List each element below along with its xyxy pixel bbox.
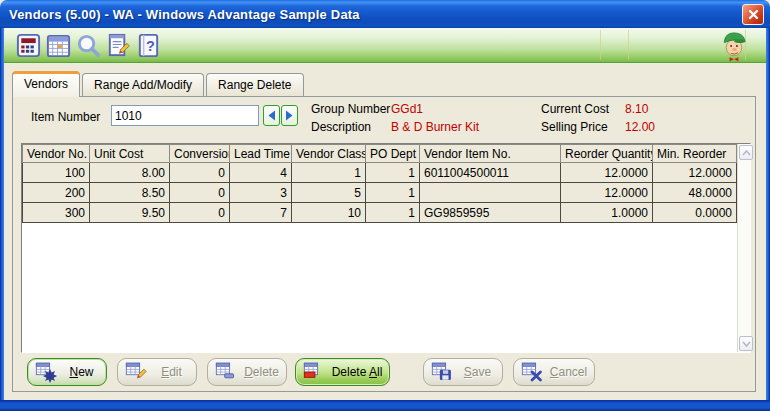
column-header: Reorder Quantity [561,145,653,163]
window-title: Vendors (5.00) - WA - Windows Advantage … [0,7,360,22]
vertical-scrollbar[interactable] [737,144,750,352]
new-button[interactable]: New [27,358,107,386]
description-label: Description [311,120,371,134]
table-cell[interactable]: 200 [23,183,90,203]
app-window: Vendors (5.00) - WA - Windows Advantage … [0,0,770,411]
table-cell[interactable]: 48.0000 [653,183,737,203]
button-label: Edit [153,365,190,379]
table-cell[interactable]: 300 [23,203,90,223]
down-arrow-icon [742,341,751,347]
next-item-button[interactable] [281,105,298,126]
calculator-button[interactable] [13,30,43,60]
column-header: PO Dept [366,145,420,163]
table-cell[interactable]: GG9859595 [420,203,561,223]
footer-button-row: NewEditDeleteDelete AllSaveCancel [13,357,755,387]
toolbar-separator [628,30,629,60]
edit-record-icon [124,361,149,384]
title-bar[interactable]: Vendors (5.00) - WA - Windows Advantage … [0,0,770,28]
help-icon: ? [135,32,162,59]
current-cost-label: Current Cost [541,102,609,116]
save-button[interactable]: Save [423,358,503,386]
table-cell[interactable]: 6011004500011 [420,163,561,183]
previous-item-button[interactable] [263,105,280,126]
delete-record-icon [214,361,239,384]
save-record-icon [430,361,455,384]
button-label: Delete All [331,365,383,379]
right-arrow-icon [284,109,295,122]
tab-range-delete[interactable]: Range Delete [206,73,303,96]
table-cell[interactable] [420,183,561,203]
delete-button[interactable]: Delete [207,358,287,386]
table-row[interactable]: 2008.50035112.000048.0000 [23,183,737,203]
column-header: Vendor Class [292,145,366,163]
table-cell[interactable]: 1 [292,163,366,183]
notes-edit-button[interactable] [103,30,133,60]
current-cost-value: 8.10 [625,102,648,116]
item-number-input[interactable] [111,105,259,126]
selling-price-value: 12.00 [625,120,655,134]
search-button[interactable] [73,30,103,60]
left-arrow-icon [266,109,277,122]
toolbar-separator [600,30,601,60]
table-cell[interactable]: 100 [23,163,90,183]
new-record-icon [34,361,59,384]
button-label: Delete [243,365,280,379]
table-row[interactable]: 1008.000411601100450001112.000012.0000 [23,163,737,183]
table-cell[interactable]: 9.50 [90,203,170,223]
tab-range-add-modify[interactable]: Range Add/Modify [82,73,204,96]
close-button[interactable] [742,4,764,25]
calculator-icon [15,32,42,59]
table-row[interactable]: 3009.5007101GG98595951.00000.0000 [23,203,737,223]
table-cell[interactable]: 0 [170,203,230,223]
group-number-label: Group Number [311,102,390,116]
table-cell[interactable]: 0 [170,163,230,183]
table-cell[interactable]: 8.00 [90,163,170,183]
help-button[interactable]: ? [133,30,163,60]
calendar-icon [45,32,72,59]
search-icon [75,32,102,59]
toolbar: ? [4,28,766,63]
vendors-tab-pane: Item Number Group Number GGd1 Descriptio… [12,96,756,392]
cancel-button[interactable]: Cancel [513,358,595,386]
edit-button[interactable]: Edit [117,358,197,386]
scroll-down-button[interactable] [739,336,753,351]
column-header: Min. Reorder [653,145,737,163]
close-icon [746,7,761,22]
vendor-table: Vendor No.Unit CostConversionLead TimeVe… [21,143,751,353]
table-cell[interactable]: 4 [230,163,292,183]
column-header: Vendor Item No. [420,145,561,163]
tab-strip: Vendors Range Add/Modify Range Delete [12,71,306,96]
table-cell[interactable]: 1 [366,203,420,223]
cancel-record-icon [520,361,545,384]
window-frame-bottom [0,400,770,411]
table-cell[interactable]: 12.0000 [561,183,653,203]
scroll-up-button[interactable] [739,145,753,160]
column-header: Unit Cost [90,145,170,163]
table-cell[interactable]: 8.50 [90,183,170,203]
table-cell[interactable]: 12.0000 [561,163,653,183]
table-cell[interactable]: 1.0000 [561,203,653,223]
column-header: Conversion [170,145,230,163]
delete-all-button[interactable]: Delete All [295,358,390,386]
table-header-row: Vendor No.Unit CostConversionLead TimeVe… [23,145,737,163]
table-cell[interactable]: 1 [366,183,420,203]
group-number-value: GGd1 [391,102,423,116]
table-cell[interactable]: 1 [366,163,420,183]
description-value: B & D Burner Kit [391,120,479,134]
table-cell[interactable]: 5 [292,183,366,203]
table-cell[interactable]: 7 [230,203,292,223]
table-cell[interactable]: 12.0000 [653,163,737,183]
helper-character-button[interactable] [718,29,750,62]
table-cell[interactable]: 10 [292,203,366,223]
item-number-label: Item Number [31,110,100,124]
button-label: Save [459,365,496,379]
notes-edit-icon [105,32,132,59]
tab-vendors[interactable]: Vendors [12,71,80,97]
window-frame-right [766,28,770,411]
column-header: Vendor No. [23,145,90,163]
table-cell[interactable]: 3 [230,183,292,203]
calendar-button[interactable] [43,30,73,60]
table-cell[interactable]: 0.0000 [653,203,737,223]
table-cell[interactable]: 0 [170,183,230,203]
up-arrow-icon [742,150,751,156]
